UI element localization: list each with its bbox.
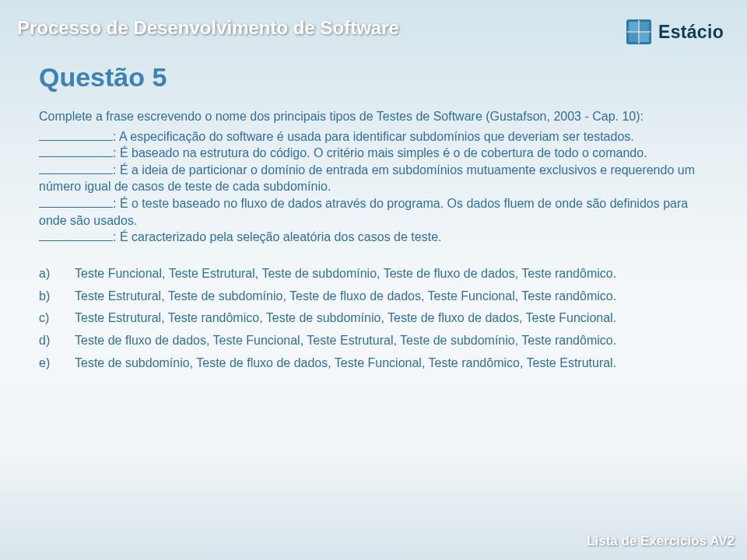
option-c[interactable]: c) Teste Estrutural, Teste randômico, Te… xyxy=(39,309,708,328)
fill-text: : É baseado na estrutura do código. O cr… xyxy=(113,146,647,159)
blank-line xyxy=(39,128,113,140)
fill-text: : É o teste baseado no fluxo de dados at… xyxy=(39,197,688,227)
svg-rect-3 xyxy=(629,33,638,42)
blank-line xyxy=(39,163,113,174)
option-text: Teste de fluxo de dados, Teste Funcional… xyxy=(75,331,708,351)
question-title: Questão 5 xyxy=(39,62,708,93)
page-title: Processo de Desenvolvimento de Software xyxy=(17,17,399,39)
blank-line xyxy=(39,229,113,241)
option-b[interactable]: b) Teste Estrutural, Teste de subdomínio… xyxy=(39,287,708,306)
option-label: b) xyxy=(39,287,75,306)
blank-line xyxy=(39,145,113,157)
options-list: a) Teste Funcional, Teste Estrutural, Te… xyxy=(39,264,708,373)
question-intro: Complete a frase escrevendo o nome dos p… xyxy=(39,108,708,125)
svg-rect-2 xyxy=(640,22,649,31)
option-text: Teste Funcional, Teste Estrutural, Teste… xyxy=(75,264,708,284)
content: Questão 5 Complete a frase escrevendo o … xyxy=(0,45,747,373)
fill-item: : É o teste baseado no fluxo de dados at… xyxy=(39,195,708,229)
option-text: Teste de subdomínio, Teste de fluxo de d… xyxy=(75,354,708,373)
fill-item: : A especificação do software é usada pa… xyxy=(39,128,708,145)
option-a[interactable]: a) Teste Funcional, Teste Estrutural, Te… xyxy=(39,264,708,284)
fill-in-block: : A especificação do software é usada pa… xyxy=(39,128,708,246)
option-d[interactable]: d) Teste de fluxo de dados, Teste Funcio… xyxy=(39,331,708,351)
option-e[interactable]: e) Teste de subdomínio, Teste de fluxo d… xyxy=(39,354,708,373)
fill-text: : A especificação do software é usada pa… xyxy=(113,130,634,143)
option-label: e) xyxy=(39,354,75,373)
option-text: Teste Estrutural, Teste randômico, Teste… xyxy=(75,309,708,328)
svg-rect-4 xyxy=(640,33,649,42)
brand-logo: Estácio xyxy=(626,19,724,45)
fill-item: : É baseado na estrutura do código. O cr… xyxy=(39,145,708,162)
fill-item: : É caracterizado pela seleção aleatória… xyxy=(39,229,708,246)
option-label: c) xyxy=(39,309,75,328)
fill-text: : É caracterizado pela seleção aleatória… xyxy=(113,230,441,243)
option-text: Teste Estrutural, Teste de subdomínio, T… xyxy=(75,287,708,306)
svg-rect-1 xyxy=(629,22,638,31)
fill-item: : É a ideia de particionar o domínio de … xyxy=(39,162,708,195)
blank-line xyxy=(39,196,113,208)
option-label: a) xyxy=(39,264,75,284)
brand-logo-icon xyxy=(626,19,652,45)
footer-text: Lista de Exercícios AV2 xyxy=(587,534,735,549)
option-label: d) xyxy=(39,331,75,351)
fill-text: : É a ideia de particionar o domínio de … xyxy=(39,163,695,194)
header: Processo de Desenvolvimento de Software … xyxy=(0,0,747,45)
brand-name: Estácio xyxy=(658,22,724,43)
